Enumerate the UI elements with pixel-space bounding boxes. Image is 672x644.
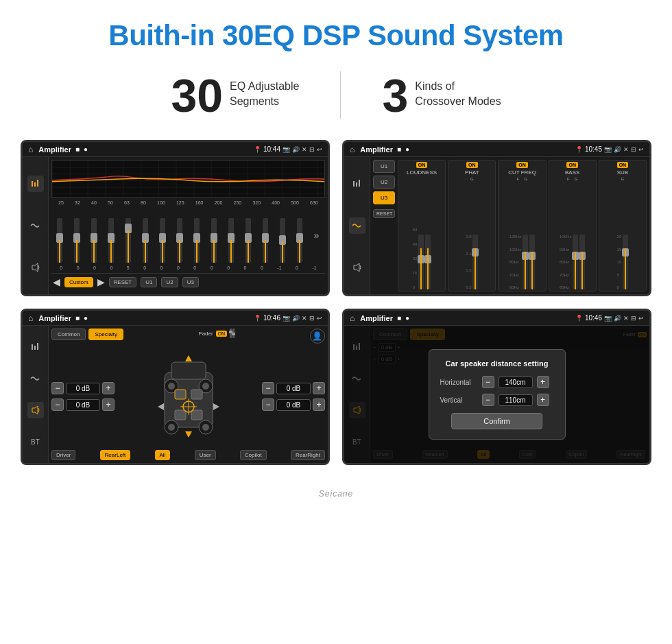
branding: Seicane bbox=[0, 486, 672, 505]
specialty-sidebar: BT bbox=[23, 326, 49, 463]
crossover-sidebar-eq-icon[interactable] bbox=[349, 176, 365, 192]
right-vol2-plus[interactable]: + bbox=[313, 398, 325, 411]
loudness-slider2[interactable] bbox=[425, 235, 431, 289]
bass-slider2[interactable] bbox=[579, 235, 585, 289]
eq-u1-btn[interactable]: U1 bbox=[141, 277, 157, 287]
sub-label: SUB bbox=[617, 169, 628, 176]
eq-sidebar-eq-icon[interactable] bbox=[27, 176, 44, 192]
rearright-btn[interactable]: RearRight bbox=[291, 450, 325, 460]
svg-point-20 bbox=[168, 383, 175, 390]
speaker-layout: − 0 dB + − 0 dB + bbox=[51, 347, 325, 446]
specialty-sidebar-speaker-icon[interactable] bbox=[27, 402, 44, 418]
camera-icon: 📷 bbox=[283, 146, 290, 153]
bass-label: BASS bbox=[565, 169, 579, 176]
vertical-plus-btn[interactable]: + bbox=[537, 394, 549, 406]
crossover-time: 10:45 bbox=[585, 145, 602, 153]
eq-record-icon: ■ bbox=[75, 145, 80, 153]
crossover-sidebar-wave-icon[interactable] bbox=[349, 217, 365, 234]
cutfreq-on: ON bbox=[516, 162, 528, 168]
slider-11 bbox=[228, 218, 234, 263]
crossover-reset-btn[interactable]: RESET bbox=[373, 209, 395, 218]
user-btn[interactable]: User bbox=[195, 450, 216, 460]
specialty-tab[interactable]: Specialty bbox=[88, 329, 123, 340]
cutfreq-slider2[interactable] bbox=[529, 235, 535, 289]
svg-rect-1 bbox=[34, 182, 36, 187]
eq-custom-btn[interactable]: Custom bbox=[64, 277, 93, 287]
right-vol1-minus[interactable]: − bbox=[262, 382, 274, 394]
phat-label: PHAT bbox=[465, 169, 479, 176]
all-btn[interactable]: All bbox=[155, 450, 171, 460]
crossover-home-icon[interactable]: ⌂ bbox=[350, 145, 355, 154]
eq-graph bbox=[51, 160, 325, 198]
crossover-inner: U1 U2 U3 RESET ON LOUDNESS 644832160 bbox=[373, 160, 647, 291]
bass-slider1[interactable] bbox=[573, 235, 578, 289]
crossover-close-icon: ✕ bbox=[623, 146, 629, 153]
eq-reset-btn[interactable]: RESET bbox=[109, 277, 137, 287]
more-arrows-icon: » bbox=[314, 230, 320, 241]
screens-grid: ⌂ Amplifier ■ ● 📍 10:44 📷 🔊 ✕ ⊟ ↩ bbox=[0, 140, 672, 486]
dialog-home-icon[interactable]: ⌂ bbox=[350, 313, 355, 323]
common-tab[interactable]: Common bbox=[51, 329, 86, 340]
left-vol1-minus[interactable]: − bbox=[51, 382, 64, 394]
fader-control: Fader ON bbox=[199, 329, 235, 338]
dialog-location-icon: 📍 bbox=[575, 315, 583, 322]
eq-u2-btn[interactable]: U2 bbox=[161, 277, 178, 287]
sub-strip: ON SUB G 20151050 bbox=[599, 160, 647, 291]
eq-dot-icon: ● bbox=[84, 145, 88, 153]
svg-rect-23 bbox=[175, 390, 186, 399]
eq-sidebar-speaker-icon[interactable] bbox=[27, 259, 44, 276]
left-vol-row-1: − 0 dB + bbox=[51, 382, 115, 394]
dialog-status-bar: ⌂ Amplifier ■ ● 📍 10:46 📷 🔊 ✕ ⊟ ↩ bbox=[344, 311, 649, 326]
sub-on: ON bbox=[617, 162, 629, 168]
copilot-btn[interactable]: Copilot bbox=[240, 450, 267, 460]
driver-btn[interactable]: Driver bbox=[51, 450, 75, 460]
location-icon: 📍 bbox=[254, 146, 261, 153]
specialty-status-icons: 📍 10:46 📷 🔊 ✕ ⊟ ↩ bbox=[254, 314, 322, 322]
left-vol-controls: − 0 dB + − 0 dB + bbox=[51, 347, 115, 446]
phat-slider[interactable] bbox=[472, 235, 478, 289]
left-vol1-plus[interactable]: + bbox=[102, 382, 115, 394]
specialty-sidebar-bt-icon[interactable]: BT bbox=[27, 433, 44, 450]
left-vol2-minus[interactable]: − bbox=[51, 398, 64, 411]
specialty-time: 10:46 bbox=[263, 314, 280, 322]
left-vol2-plus[interactable]: + bbox=[102, 398, 115, 411]
crossover-u2-btn[interactable]: U2 bbox=[373, 176, 395, 189]
horizontal-plus-btn[interactable]: + bbox=[537, 376, 549, 388]
eq-main-panel: 253240506380100125160200250320400500630 bbox=[49, 157, 328, 294]
crossover-camera-icon: 📷 bbox=[604, 146, 612, 153]
vertical-minus-btn[interactable]: − bbox=[482, 394, 494, 406]
crossover-u1-btn[interactable]: U1 bbox=[373, 160, 395, 173]
sub-slider[interactable] bbox=[623, 235, 628, 289]
specialty-dot-icon: ● bbox=[84, 314, 88, 322]
eq-prev-icon[interactable]: ◀ bbox=[53, 276, 60, 287]
eq-sidebar-wave-icon[interactable] bbox=[27, 217, 44, 234]
confirm-button[interactable]: Confirm bbox=[451, 413, 542, 429]
slider-15 bbox=[297, 218, 302, 263]
cutfreq-label: CUT FREQ bbox=[508, 169, 536, 176]
specialty-home-icon[interactable]: ⌂ bbox=[28, 313, 33, 323]
crossover-main-panel: U1 U2 U3 RESET ON LOUDNESS 644832160 bbox=[370, 157, 649, 294]
loudness-slider[interactable] bbox=[418, 235, 424, 289]
right-vol-row-1: − 0 dB + bbox=[262, 382, 325, 394]
specialty-sidebar-eq-icon[interactable] bbox=[27, 339, 44, 355]
crossover-sidebar-speaker-icon[interactable] bbox=[349, 259, 365, 276]
bass-strip: ON BASS FG 100Hz90Hz80Hz70Hz60Hz bbox=[549, 160, 597, 291]
crossover-status-bar: ⌂ Amplifier ■ ● 📍 10:45 📷 🔊 ✕ ⊟ ↩ bbox=[344, 142, 649, 157]
right-vol1-plus[interactable]: + bbox=[313, 382, 325, 394]
eq-sidebar bbox=[23, 157, 49, 294]
eq-status-bar: ⌂ Amplifier ■ ● 📍 10:44 📷 🔊 ✕ ⊟ ↩ bbox=[23, 142, 328, 157]
eq-play-icon[interactable]: ▶ bbox=[97, 276, 105, 287]
specialty-sidebar-wave-icon[interactable] bbox=[27, 370, 44, 387]
eq-u3-btn[interactable]: U3 bbox=[182, 277, 199, 287]
vertical-label: Vertical bbox=[440, 396, 478, 404]
horizontal-minus-btn[interactable]: − bbox=[482, 376, 494, 388]
crossover-u3-btn[interactable]: U3 bbox=[373, 191, 395, 204]
cutfreq-slider1[interactable] bbox=[523, 235, 528, 289]
crossover-screen: ⌂ Amplifier ■ ● 📍 10:45 📷 🔊 ✕ ⊟ ↩ bbox=[342, 140, 651, 296]
right-vol2-minus[interactable]: − bbox=[262, 398, 274, 411]
home-icon[interactable]: ⌂ bbox=[28, 145, 33, 154]
dialog-dot-icon: ● bbox=[405, 314, 409, 322]
slider-6 bbox=[143, 218, 148, 263]
rearleft-btn[interactable]: RearLeft bbox=[100, 450, 131, 460]
right-vol-controls: − 0 dB + − 0 dB + bbox=[262, 347, 325, 446]
